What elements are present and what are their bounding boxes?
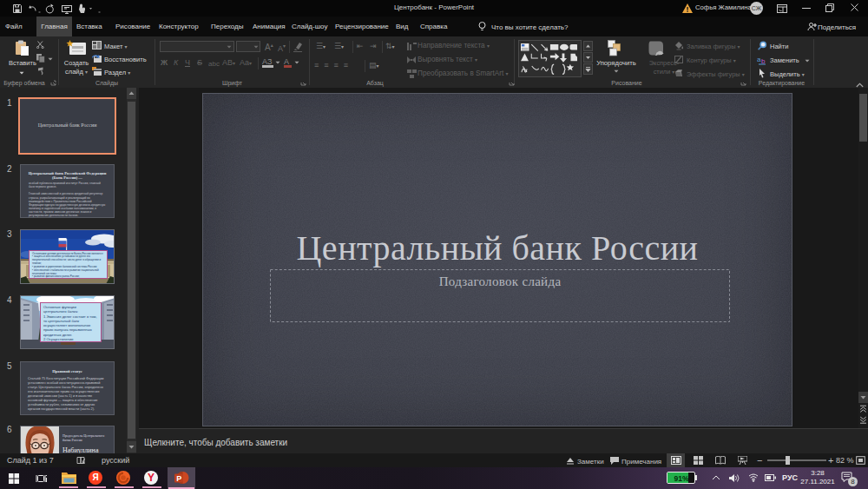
svg-text:Центральный банк России: Центральный банк России: [296, 228, 698, 268]
svg-text:Подзаголовок слайда: Подзаголовок слайда: [439, 274, 562, 288]
svg-text:P: P: [176, 474, 181, 483]
